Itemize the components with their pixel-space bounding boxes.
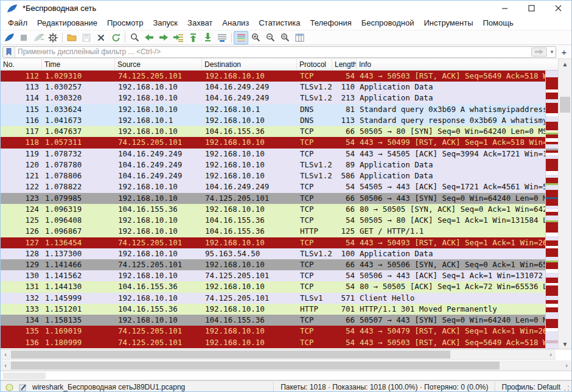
go-first-packet-button[interactable] — [186, 31, 200, 44]
auto-scroll-button[interactable] — [215, 31, 229, 44]
column-header-protocol[interactable]: Protocol — [297, 59, 332, 70]
menu-item-5[interactable]: Захват — [183, 16, 217, 29]
menu-item-9[interactable]: Беспроводной — [357, 16, 419, 29]
packet-row-133[interactable]: 1331.151201104.16.155.36192.168.10.10HTT… — [1, 304, 571, 315]
hscroll2-left-arrow-icon[interactable]: ‹ — [1, 360, 10, 370]
go-to-packet-button[interactable] — [171, 31, 186, 44]
packet-row-127[interactable]: 1271.13645474.125.205.101192.168.10.10TC… — [1, 237, 571, 248]
filter-dropdown-button[interactable]: ▾ — [548, 47, 556, 57]
packet-row-114[interactable]: 1141.030320192.168.10.10104.16.249.249TL… — [1, 93, 571, 103]
packet-row-115[interactable]: 1151.033624192.168.10.10192.168.10.1DNS8… — [1, 104, 571, 115]
packet-row-113[interactable]: 1131.030257192.168.10.10104.16.249.249TL… — [1, 82, 571, 93]
minimap-stripe — [546, 77, 558, 89]
packet-row-131[interactable]: 1311.144130104.16.155.36192.168.10.10TCP… — [1, 281, 571, 292]
vertical-scrollbar-thumb[interactable] — [560, 97, 570, 113]
colorize-packets-button[interactable] — [234, 31, 248, 44]
packet-src-cell: 192.168.10.10 — [115, 226, 202, 237]
packet-dst-cell: 74.125.205.101 — [202, 193, 297, 204]
expert-info-icon[interactable] — [5, 383, 13, 391]
packet-row-132[interactable]: 1321.145999192.168.10.1074.125.205.101TL… — [1, 293, 571, 304]
packet-row-126[interactable]: 1261.096867192.168.10.10104.16.155.36HTT… — [1, 226, 571, 237]
packet-minimap-scrollbar[interactable] — [545, 71, 558, 349]
packet-row-122[interactable]: 1221.078822192.168.10.10104.16.249.249TC… — [1, 181, 571, 192]
packet-no-cell: 130 — [1, 270, 42, 281]
column-header-length[interactable]: Length — [332, 59, 357, 70]
menu-item-7[interactable]: Статистика — [254, 16, 305, 29]
packet-row-128[interactable]: 1281.137300192.168.10.1095.163.54.50TLSv… — [1, 248, 571, 259]
menu-item-3[interactable]: Просмотр — [102, 16, 148, 29]
menu-item-10[interactable]: Инструменты — [419, 16, 478, 29]
hscroll2-thumb[interactable] — [11, 362, 500, 369]
minimap-stripe — [546, 285, 558, 296]
zoom-out-button[interactable] — [263, 31, 277, 44]
packet-row-125[interactable]: 1251.096408192.168.10.10104.16.155.36TCP… — [1, 215, 571, 226]
packet-row-116[interactable]: 1161.041673192.168.10.1192.168.10.10DNS1… — [1, 115, 571, 126]
menu-item-6[interactable]: Анализ — [217, 16, 254, 29]
menu-item-8[interactable]: Телефония — [305, 16, 356, 29]
packet-row-123[interactable]: 1231.079985192.168.10.1074.125.205.101TC… — [1, 193, 571, 204]
start-capture-button[interactable] — [2, 31, 16, 44]
hscroll-left-arrow-icon[interactable]: ‹ — [1, 349, 10, 359]
column-header-no[interactable]: No. — [1, 59, 42, 70]
minimize-button[interactable] — [491, 1, 518, 16]
filter-bookmark-icon[interactable] — [3, 47, 15, 57]
save-file-button[interactable] — [79, 31, 94, 44]
menu-item-11[interactable]: Помощь — [478, 16, 518, 29]
display-filter-input[interactable] — [15, 47, 531, 57]
find-packet-button[interactable] — [127, 31, 142, 44]
packet-row-129[interactable]: 1291.14146674.125.205.101192.168.10.10TC… — [1, 259, 571, 270]
maximize-button[interactable] — [518, 1, 545, 16]
auto-scroll-icon — [217, 33, 227, 42]
column-header-destination[interactable]: Destination — [202, 59, 297, 70]
hscroll-right-arrow-icon[interactable]: › — [546, 349, 556, 359]
close-button[interactable] — [545, 1, 571, 16]
packet-row-134[interactable]: 1341.158135192.168.10.10104.16.155.36TCP… — [1, 315, 571, 326]
scroll-down-arrow-icon[interactable]: ▼ — [559, 339, 571, 349]
hscroll2-right-arrow-icon[interactable]: › — [562, 360, 571, 370]
packet-row-119[interactable]: 1191.078732104.16.249.249192.168.10.10TC… — [1, 149, 571, 159]
hscroll-thumb[interactable] — [11, 351, 450, 359]
packet-src-cell: 192.168.10.10 — [115, 215, 202, 226]
packet-row-124[interactable]: 1241.096319104.16.155.36192.168.10.10TCP… — [1, 204, 571, 215]
packet-dst-cell: 192.168.10.10 — [202, 337, 297, 348]
packet-row-120[interactable]: 1201.078780104.16.249.249192.168.10.10TL… — [1, 159, 571, 170]
minimap-stripe — [546, 343, 558, 349]
open-file-button[interactable] — [65, 31, 79, 44]
packet-list-hscrollbar[interactable]: ‹ › — [1, 349, 556, 360]
restart-capture-button[interactable] — [31, 31, 46, 44]
capture-options-button[interactable] — [46, 31, 60, 44]
packet-time-cell: 1.030320 — [42, 93, 115, 103]
reload-file-button[interactable] — [108, 31, 123, 44]
packet-proto-cell: TLSv1.2 — [297, 170, 332, 181]
go-back-button[interactable] — [142, 31, 156, 44]
column-header-info[interactable]: Info — [357, 59, 571, 70]
packet-row-117[interactable]: 1171.047637192.168.10.10104.16.155.36TCP… — [1, 126, 571, 137]
vertical-scrollbar[interactable]: ▲ ▼ — [558, 59, 571, 349]
zoom-in-button[interactable] — [248, 31, 263, 44]
menu-item-1[interactable]: Файл — [3, 16, 32, 29]
secondary-hscrollbar[interactable]: ‹ › — [1, 360, 571, 371]
go-forward-button[interactable] — [156, 31, 171, 44]
profile-label[interactable]: Профиль: Default — [496, 383, 563, 391]
column-header-source[interactable]: Source — [115, 59, 202, 70]
go-last-packet-button[interactable] — [200, 31, 215, 44]
packet-row-130[interactable]: 1301.141562192.168.10.1074.125.205.101TC… — [1, 270, 571, 281]
scroll-up-arrow-icon[interactable]: ▲ — [559, 59, 571, 69]
packet-row-135[interactable]: 1351.16901974.125.205.101192.168.10.10TC… — [1, 326, 571, 337]
resize-columns-button[interactable] — [292, 31, 307, 44]
packet-row-136[interactable]: 1361.18099974.125.205.101192.168.10.10TC… — [1, 337, 571, 348]
resize-grip[interactable] — [563, 385, 570, 392]
filter-apply-button[interactable] — [531, 47, 547, 57]
packet-row-121[interactable]: 1211.078806104.16.249.249192.168.10.10TL… — [1, 170, 571, 181]
capture-comment-icon[interactable] — [19, 383, 27, 391]
menu-item-2[interactable]: Редактирование — [32, 16, 102, 29]
stop-capture-button[interactable] — [16, 31, 31, 44]
packet-row-112[interactable]: 1121.02931074.125.205.101192.168.10.10TC… — [1, 71, 571, 82]
close-file-button[interactable] — [94, 31, 108, 44]
column-header-time[interactable]: Time — [42, 59, 115, 70]
filter-add-button[interactable]: + — [559, 46, 570, 58]
minimap-stripe — [546, 103, 558, 113]
menu-item-4[interactable]: Запуск — [148, 16, 183, 29]
zoom-normal-button[interactable] — [277, 31, 292, 44]
packet-row-118[interactable]: 1181.05731174.125.205.101192.168.10.10TC… — [1, 137, 571, 148]
